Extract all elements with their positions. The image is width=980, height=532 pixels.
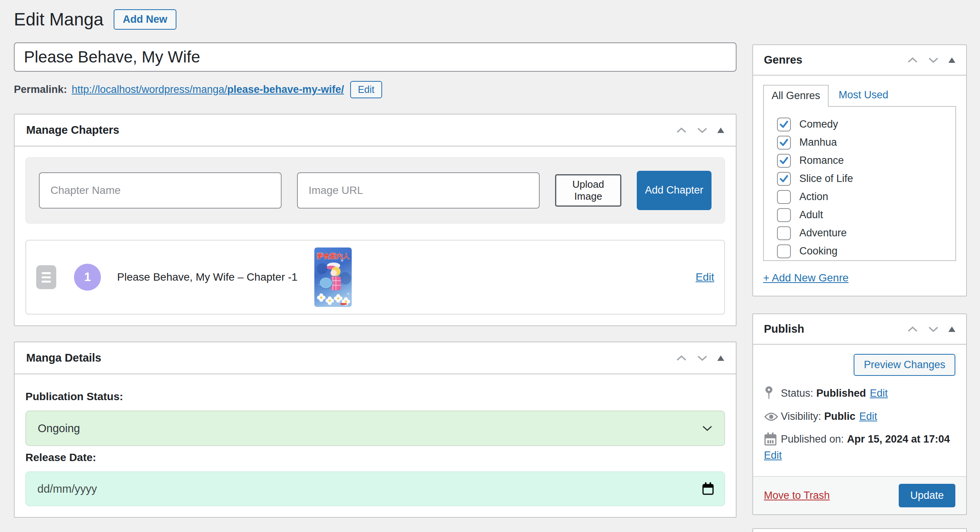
genre-checkbox[interactable] [777, 154, 791, 168]
genre-label: Romance [799, 155, 844, 167]
genre-label: Slice of Life [799, 173, 853, 185]
publish-title: Publish [764, 323, 804, 335]
drag-handle[interactable] [36, 265, 56, 289]
genre-item[interactable]: Action [777, 188, 955, 206]
manga-details-header: Manga Details [15, 342, 736, 374]
permalink-url-slug: please-behave-my-wife/ [227, 84, 344, 95]
genre-item[interactable]: Adventure [777, 224, 955, 242]
chapter-number-badge: 1 [74, 264, 101, 291]
genre-checkbox[interactable] [777, 172, 791, 186]
published-on-value: Apr 15, 2024 at 17:04 [847, 433, 950, 445]
move-up-icon[interactable] [907, 326, 918, 333]
update-button[interactable]: Update [899, 484, 955, 507]
status-edit-link[interactable]: Edit [870, 387, 888, 399]
image-url-input[interactable] [297, 172, 540, 209]
move-down-icon[interactable] [696, 355, 708, 362]
chapter-title: Please Behave, My Wife – Chapter -1 [117, 271, 297, 283]
chapter-cover-image: 夢食案内人 [314, 247, 352, 307]
eye-icon [764, 412, 781, 422]
genres-body: All Genres Most Used Comedy Manhua Roman… [753, 76, 966, 296]
page-header: Edit Manga Add New [14, 8, 737, 31]
genre-item[interactable]: Romance [777, 152, 955, 170]
collapse-toggle-icon[interactable] [717, 355, 724, 361]
permalink: Permalink: http://localhost/wordpress/ma… [14, 81, 737, 98]
release-date-label: Release Date: [25, 451, 725, 464]
publish-panel: Publish Preview Changes Status: Publishe… [752, 313, 967, 515]
status-label: Status: [781, 387, 813, 399]
genre-label: Comedy [799, 118, 838, 130]
genres-panel: Genres All Genres Most Used Comedy [752, 44, 967, 296]
genre-label: Manhua [799, 136, 837, 148]
genre-item[interactable]: Adult [777, 206, 955, 224]
move-down-icon[interactable] [696, 127, 708, 134]
upload-image-button[interactable]: Upload Image [555, 174, 621, 207]
publication-status-value: Ongoing [38, 422, 80, 435]
chapter-name-input[interactable] [39, 172, 282, 209]
genre-checklist: Comedy Manhua Romance Slice of Life [763, 106, 956, 261]
genre-label: Adult [799, 209, 823, 221]
genre-item[interactable]: Manhua [777, 133, 955, 152]
genre-checkbox[interactable] [777, 118, 791, 131]
manage-chapters-header: Manage Chapters [15, 114, 736, 146]
published-on-label: Published on: [781, 433, 844, 445]
collapse-toggle-icon[interactable] [948, 57, 955, 63]
calendar-icon[interactable] [702, 482, 714, 495]
collapse-toggle-icon[interactable] [948, 327, 955, 332]
permalink-edit-button[interactable]: Edit [350, 81, 382, 98]
pin-icon [764, 386, 781, 401]
add-new-button[interactable]: Add New [114, 9, 177, 30]
publication-status-label: Publication Status: [25, 391, 725, 403]
genre-checkbox[interactable] [777, 226, 791, 240]
move-up-icon[interactable] [676, 127, 687, 134]
genres-header: Genres [753, 45, 966, 76]
publish-body: Preview Changes Status: Published Edit V… [753, 345, 966, 469]
genre-item[interactable]: Slice of Life [777, 170, 955, 188]
visibility-value: Public [824, 411, 856, 423]
move-to-trash-link[interactable]: Move to Trash [764, 490, 830, 502]
genre-checkbox[interactable] [777, 136, 791, 150]
add-chapter-button[interactable]: Add Chapter [637, 171, 712, 210]
chapter-row: 1 Please Behave, My Wife – Chapter -1 [25, 240, 725, 315]
genre-checkbox[interactable] [777, 244, 791, 258]
move-down-icon[interactable] [928, 326, 939, 333]
genre-item[interactable]: Comedy [777, 115, 955, 133]
genre-checkbox[interactable] [777, 190, 791, 204]
move-up-icon[interactable] [907, 57, 918, 64]
publish-footer: Move to Trash Update [753, 476, 966, 514]
visibility-row: Visibility: Public Edit [764, 411, 955, 423]
next-panel-stub [752, 528, 967, 532]
panel-controls [907, 326, 955, 333]
preview-changes-button[interactable]: Preview Changes [854, 354, 955, 376]
tab-all-genres[interactable]: All Genres [763, 85, 829, 107]
collapse-toggle-icon[interactable] [717, 128, 724, 133]
release-date-input[interactable] [37, 482, 702, 496]
publish-header: Publish [753, 314, 966, 345]
permalink-link[interactable]: http://localhost/wordpress/manga/please-… [72, 84, 344, 96]
panel-controls [676, 127, 724, 134]
manga-details-title: Manga Details [26, 352, 101, 364]
published-on-row: Published on: Apr 15, 2024 at 17:04 [764, 433, 955, 446]
move-down-icon[interactable] [928, 57, 939, 64]
move-up-icon[interactable] [676, 355, 687, 362]
genres-title: Genres [764, 54, 802, 66]
chapter-edit-link[interactable]: Edit [696, 271, 714, 283]
status-row: Status: Published Edit [764, 386, 955, 401]
publication-status-select[interactable]: Ongoing [25, 411, 725, 446]
genre-label: Action [799, 191, 828, 203]
visibility-label: Visibility: [781, 411, 821, 423]
manage-chapters-panel: Manage Chapters Upload Image Add Chapter… [14, 114, 737, 326]
permalink-url-base: http://localhost/wordpress/manga/ [72, 84, 227, 95]
post-title-input[interactable] [14, 42, 737, 72]
published-on-edit-link[interactable]: Edit [764, 450, 782, 461]
calendar-icon [764, 433, 781, 446]
add-new-genre-link[interactable]: + Add New Genre [763, 272, 849, 284]
visibility-edit-link[interactable]: Edit [859, 411, 878, 423]
permalink-label: Permalink: [14, 84, 67, 96]
genre-item[interactable]: Cooking [777, 242, 955, 260]
tab-most-used[interactable]: Most Used [829, 85, 898, 106]
release-date-field [25, 471, 725, 506]
chevron-down-icon [702, 425, 713, 431]
panel-controls [907, 57, 955, 64]
manga-details-panel: Manga Details Publication Status: Ongoin… [14, 342, 737, 518]
genre-checkbox[interactable] [777, 208, 791, 222]
